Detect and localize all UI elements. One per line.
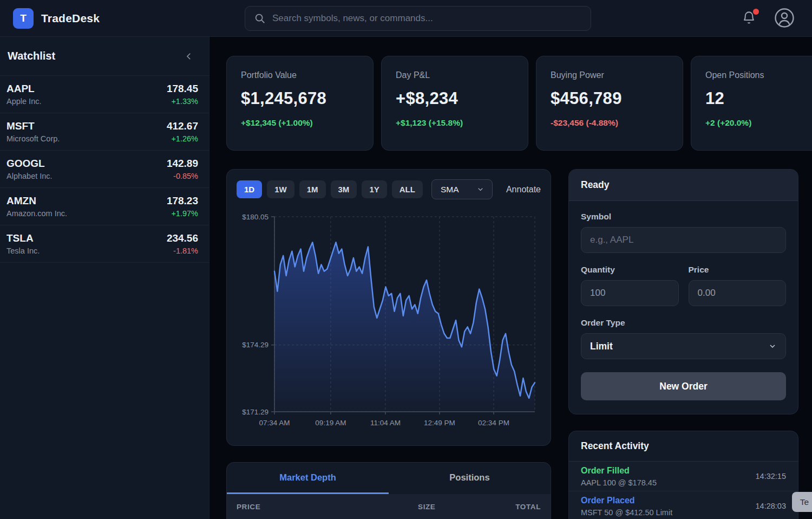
stat-card-portfolio-value: Portfolio Value $1,245,678 +$12,345 (+1.…	[226, 56, 374, 151]
tooltip-toast: Te	[792, 492, 812, 512]
logo-icon: T	[13, 8, 34, 29]
timeframe-button-all[interactable]: ALL	[392, 180, 423, 198]
timeframe-button-3m[interactable]: 3M	[331, 180, 357, 198]
timeframe-button-1d[interactable]: 1D	[237, 180, 262, 198]
chevron-down-icon	[476, 185, 484, 193]
quantity-input[interactable]	[581, 280, 679, 306]
company-name: Amazon.com Inc.	[6, 209, 67, 218]
price-label: Price	[689, 265, 787, 275]
activity-time: 14:32:15	[756, 472, 786, 481]
stat-value: 12	[705, 89, 812, 108]
stat-change: +2 (+20.0%)	[705, 118, 812, 128]
top-bar: T TradeDesk	[0, 0, 812, 37]
ticker-change: +1.33%	[167, 97, 198, 106]
ticker-change: +1.26%	[167, 134, 198, 143]
svg-text:07:34 AM: 07:34 AM	[259, 419, 290, 427]
ticker-price: 412.67	[167, 120, 198, 132]
user-menu-button[interactable]	[774, 8, 795, 28]
stat-card-buying-power: Buying Power $456,789 -$23,456 (-4.88%)	[536, 56, 683, 151]
stat-label: Buying Power	[551, 70, 669, 80]
activity-detail: MSFT 50 @ $412.50 Limit	[581, 508, 672, 517]
order-type-select[interactable]: Limit	[581, 333, 786, 359]
timeframe-button-1y[interactable]: 1Y	[362, 180, 387, 198]
app-name: TradeDesk	[41, 12, 100, 25]
timeframe-button-1w[interactable]: 1W	[267, 180, 294, 198]
watchlist-item-tsla[interactable]: TSLA Tesla Inc. 234.56 -1.81%	[0, 225, 209, 263]
watchlist-item-aapl[interactable]: AAPL Apple Inc. 178.45 +1.33%	[0, 76, 209, 113]
main-content: Portfolio Value $1,245,678 +$12,345 (+1.…	[209, 37, 812, 519]
symbol-input[interactable]	[581, 227, 786, 253]
toast-text: Te	[800, 497, 809, 507]
activity-status: Order Placed	[581, 496, 672, 505]
ticker-symbol: AMZN	[6, 195, 67, 207]
chevron-left-icon	[184, 51, 194, 61]
timeframe-button-1m[interactable]: 1M	[299, 180, 326, 198]
svg-text:$180.05: $180.05	[242, 213, 269, 221]
ticker-price: 234.56	[167, 232, 198, 244]
ticker-price: 142.89	[167, 158, 198, 170]
ticker-symbol: MSFT	[6, 120, 60, 132]
ticker-symbol: GOOGL	[6, 158, 53, 170]
price-chart-card: 1D 1W 1M 3M 1Y ALL SMA Annotate	[226, 169, 551, 446]
ticker-change: -0.85%	[167, 172, 198, 180]
stat-value: +$8,234	[396, 89, 514, 108]
price-chart[interactable]: 07:34 AM09:19 AM11:04 AM12:49 PM02:34 PM…	[237, 212, 541, 431]
stat-label: Portfolio Value	[241, 70, 359, 80]
notification-dot	[753, 9, 759, 15]
depth-table-header: PRICE SIZE TOTAL	[227, 494, 551, 519]
company-name: Apple Inc.	[6, 97, 42, 106]
stat-card-open-positions: Open Positions 12 +2 (+20.0%)	[691, 56, 812, 151]
watchlist-sidebar: Watchlist AAPL Apple Inc. 178.45 +1.33% …	[0, 37, 209, 519]
collapse-sidebar-button[interactable]	[184, 51, 194, 61]
indicator-value: SMA	[441, 185, 459, 194]
price-input[interactable]	[689, 280, 787, 306]
new-order-button[interactable]: New Order	[581, 372, 786, 400]
watchlist-item-amzn[interactable]: AMZN Amazon.com Inc. 178.23 +1.97%	[0, 188, 209, 225]
symbol-label: Symbol	[581, 212, 786, 222]
indicator-select[interactable]: SMA	[431, 179, 493, 199]
activity-row-order-filled[interactable]: Order Filled AAPL 100 @ $178.45 14:32:15	[569, 462, 798, 491]
activity-row-order-placed[interactable]: Order Placed MSFT 50 @ $412.50 Limit 14:…	[569, 491, 798, 519]
stat-value: $1,245,678	[241, 89, 359, 108]
stat-change: -$23,456 (-4.88%)	[551, 118, 669, 128]
annotate-button[interactable]: Annotate	[506, 185, 541, 194]
ticker-symbol: AAPL	[6, 83, 42, 95]
svg-text:12:49 PM: 12:49 PM	[424, 419, 455, 427]
watchlist-header: Watchlist	[0, 37, 209, 76]
stat-value: $456,789	[551, 89, 669, 108]
order-entry-panel: Ready Symbol Quantity Price	[568, 169, 798, 414]
stat-label: Open Positions	[705, 70, 812, 80]
watchlist-item-googl[interactable]: GOOGL Alphabet Inc. 142.89 -0.85%	[0, 151, 209, 188]
market-depth-card: Market Depth Positions PRICE SIZE TOTAL	[226, 462, 551, 519]
recent-activity-panel: Recent Activity Order Filled AAPL 100 @ …	[568, 431, 798, 519]
notifications-button[interactable]	[742, 10, 758, 27]
tab-market-depth[interactable]: Market Depth	[227, 463, 389, 494]
avatar-icon	[774, 8, 795, 28]
stat-change: +$12,345 (+1.00%)	[241, 118, 359, 128]
order-status: Ready	[569, 170, 798, 201]
company-name: Tesla Inc.	[6, 246, 40, 255]
svg-text:11:04 AM: 11:04 AM	[370, 419, 401, 427]
activity-status: Order Filled	[581, 466, 657, 476]
search-input[interactable]	[272, 13, 582, 24]
svg-text:$171.29: $171.29	[242, 408, 269, 416]
ticker-change: -1.81%	[167, 246, 198, 255]
search-icon	[254, 12, 266, 24]
quantity-label: Quantity	[581, 265, 679, 275]
svg-text:09:19 AM: 09:19 AM	[315, 419, 346, 427]
column-size: SIZE	[389, 503, 465, 511]
chevron-down-icon	[768, 342, 777, 351]
chart-toolbar: 1D 1W 1M 3M 1Y ALL SMA Annotate	[237, 179, 541, 199]
search-bar[interactable]	[245, 6, 591, 31]
activity-time: 14:28:03	[756, 502, 786, 510]
watchlist-item-msft[interactable]: MSFT Microsoft Corp. 412.67 +1.26%	[0, 113, 209, 151]
stat-change: +$1,123 (+15.8%)	[396, 118, 514, 128]
ticker-change: +1.97%	[167, 209, 198, 218]
column-total: TOTAL	[465, 503, 541, 511]
stat-card-day-pnl: Day P&L +$8,234 +$1,123 (+15.8%)	[381, 56, 528, 151]
column-price: PRICE	[237, 503, 389, 511]
stat-label: Day P&L	[396, 70, 514, 80]
recent-activity-title: Recent Activity	[569, 431, 798, 462]
app-logo[interactable]: T TradeDesk	[13, 8, 100, 29]
tab-positions[interactable]: Positions	[389, 463, 551, 494]
